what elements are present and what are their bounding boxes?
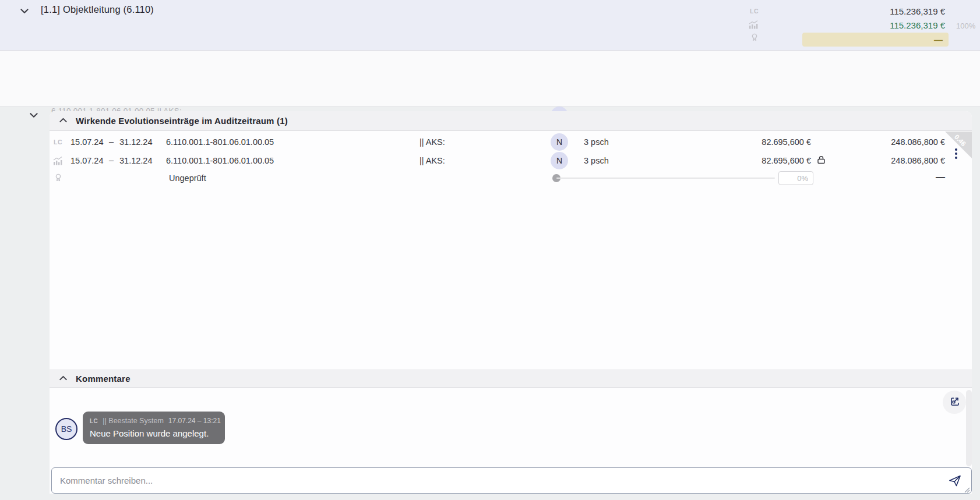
evolution-total: 248.086,800 € (833, 156, 945, 165)
evolution-code: 6.110.001.1-801.06.01.00.05 (166, 137, 274, 147)
page: [1.1] Objektleitung (6.110) LC 115.236,3… (0, 0, 980, 500)
comment-input[interactable] (52, 468, 971, 493)
open-in-new-icon (949, 396, 960, 409)
chevron-down-icon (19, 6, 30, 18)
evolution-section-header: Wirkende Evolutionseinträge im Auditzeit… (50, 111, 972, 131)
evolution-date-to: 31.12.24 (119, 137, 152, 147)
evolution-audit-percent-wrap (778, 171, 813, 185)
comments-section-title: Kommentare (76, 374, 131, 384)
comments-expand-button[interactable] (943, 391, 966, 414)
evolution-date-to: 31.12.24 (119, 156, 152, 165)
evolution-total: 248.086,800 € (833, 137, 945, 147)
group-lc-total: 115.236,319 € (816, 6, 945, 16)
send-icon (948, 474, 962, 490)
audit-award-icon (54, 172, 63, 186)
forecast-chart-icon (52, 156, 63, 169)
evolution-date-from: 15.07.24 (70, 137, 103, 147)
evolution-aks: || AKS: (420, 156, 445, 165)
comment-timestamp: 17.07.24 – 13:21 (168, 417, 221, 425)
comment-header: LC || Beestate System 17.07.24 – 13:21 (90, 417, 218, 425)
comments-scrollbar[interactable] (966, 390, 972, 466)
evolution-collapse-button[interactable] (57, 115, 69, 127)
evolution-unit-total: 82.695,600 € (699, 156, 811, 165)
evolution-qty: 3 psch (584, 156, 609, 165)
audit-award-icon (750, 32, 759, 46)
status-badge-n: N (551, 152, 568, 169)
comments-collapse-button[interactable] (57, 373, 69, 385)
status-badge-n: N (551, 133, 568, 151)
group-header: [1.1] Objektleitung (6.110) LC 115.236,3… (0, 0, 980, 51)
comment-message: Neue Position wurde angelegt. (90, 428, 218, 438)
evolution-audit-percent-input[interactable] (778, 171, 813, 185)
group-forecast-percent: 100% (956, 22, 975, 30)
avatar: BS (55, 418, 77, 440)
lc-label: LC (54, 139, 62, 146)
group-collapse-button[interactable] (17, 5, 31, 19)
evolution-aks: || AKS: (420, 137, 445, 147)
evolution-date-from: 15.07.24 (70, 156, 103, 165)
position-collapse-button[interactable] (27, 109, 41, 123)
evolution-audit-total: — (833, 172, 945, 183)
chevron-down-icon (29, 110, 39, 122)
group-forecast-total: 115.236,319 € (816, 20, 945, 30)
chevron-up-icon (58, 115, 68, 127)
comment-input-box (51, 467, 972, 494)
evolution-menu-button[interactable] (950, 144, 963, 163)
comment-tag: LC (90, 418, 98, 424)
group-audit-total-field: — (802, 33, 949, 47)
comments-section-header: Kommentare (50, 370, 972, 388)
progress-slider-track[interactable] (556, 178, 775, 179)
evolution-code: 6.110.001.1-801.06.01.00.05 (166, 156, 274, 165)
forecast-chart-icon (748, 20, 759, 33)
evolution-audit-status: Ungeprüft (169, 173, 206, 183)
group-title: [1.1] Objektleitung (6.110) (41, 4, 154, 15)
evolution-date-separator: – (109, 137, 114, 146)
comment-bubble: LC || Beestate System 17.07.24 – 13:21 N… (83, 412, 225, 444)
evolution-date-separator: – (109, 155, 114, 165)
lock-icon (816, 155, 826, 167)
chevron-up-icon (58, 373, 68, 385)
group-audit-total: — (934, 35, 943, 45)
position-header: 6.110.001.1-801.06.01.00.05 || AKS: — [1… (0, 51, 980, 107)
comment-author: || Beestate System (103, 417, 163, 425)
evolution-qty: 3 psch (584, 137, 609, 147)
lc-label: LC (750, 8, 759, 15)
evolution-section-title: Wirkende Evolutionseinträge im Auditzeit… (76, 116, 288, 126)
evolution-unit-total: 82.695,600 € (699, 137, 811, 147)
send-comment-button[interactable] (947, 473, 963, 490)
resize-handle-icon[interactable] (963, 485, 970, 492)
